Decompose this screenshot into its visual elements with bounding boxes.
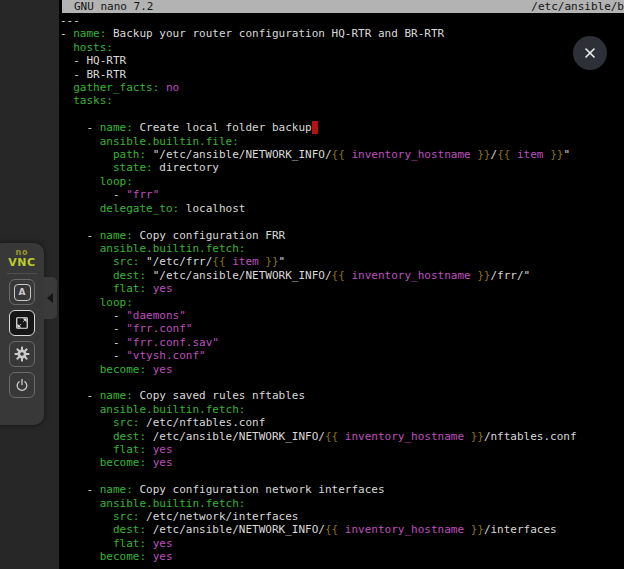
code-line[interactable]: src: /etc/network/interfaces — [60, 510, 624, 523]
code-segment — [60, 550, 100, 563]
code-line[interactable]: ansible.builtin.fetch: — [60, 403, 624, 416]
code-line[interactable]: flat: yes — [60, 282, 624, 295]
code-segment: - — [60, 349, 126, 362]
close-icon — [582, 45, 598, 61]
code-segment: inventory_hostname — [338, 523, 470, 536]
settings-button[interactable] — [9, 341, 35, 367]
code-segment: inventory_hostname — [345, 269, 477, 282]
code-line[interactable]: - HQ-RTR — [60, 54, 624, 67]
code-segment: name: — [100, 121, 133, 134]
code-segment — [146, 443, 153, 456]
code-segment — [60, 81, 73, 94]
code-line[interactable]: ansible.builtin.fetch: — [60, 242, 624, 255]
fullscreen-button[interactable] — [9, 310, 35, 336]
code-segment: hosts: — [73, 41, 113, 54]
code-line[interactable]: - name: Copy configuration FRR — [60, 229, 624, 242]
file-path: /etc/ansible/b — [531, 0, 624, 13]
code-segment: "frr.conf.sav" — [126, 336, 219, 349]
code-segment — [146, 363, 153, 376]
code-line[interactable]: become: yes — [60, 363, 624, 376]
code-line[interactable] — [60, 108, 624, 121]
code-line[interactable]: ansible.builtin.fetch: — [60, 497, 624, 510]
code-line[interactable]: --- — [60, 14, 624, 27]
code-segment: - HQ-RTR — [60, 54, 126, 67]
code-segment: {{ — [332, 269, 345, 282]
code-segment — [60, 282, 113, 295]
code-line[interactable]: become: yes — [60, 456, 624, 469]
code-segment — [60, 269, 113, 282]
code-segment: directory — [153, 161, 219, 174]
code-line[interactable]: gather_facts: no — [60, 81, 624, 94]
code-line[interactable]: dest: /etc/ansible/NETWORK_INFO/{{ inven… — [60, 523, 624, 536]
code-line[interactable]: hosts: — [60, 41, 624, 54]
code-segment: ansible.builtin.fetch: — [100, 242, 246, 255]
terminal-window[interactable]: GNU nano 7.2 /etc/ansible/b ---- name: B… — [59, 0, 624, 569]
editor-content[interactable]: ---- name: Backup your router configurat… — [59, 13, 624, 564]
novnc-logo: no VNC — [0, 249, 44, 268]
code-line[interactable]: - BR-RTR — [60, 68, 624, 81]
code-line[interactable]: become: yes — [60, 550, 624, 563]
code-segment: - — [60, 121, 100, 134]
code-line[interactable]: ansible.builtin.file: — [60, 135, 624, 148]
gear-icon — [12, 344, 32, 364]
code-line[interactable]: - name: Copy configuration network inter… — [60, 483, 624, 496]
code-line[interactable]: - name: Backup your router configuration… — [60, 27, 624, 40]
keyboard-button[interactable]: A — [9, 279, 35, 305]
code-line[interactable] — [60, 470, 624, 483]
code-segment: /interfaces — [484, 523, 557, 536]
code-line[interactable]: - name: Copy saved rules nftables — [60, 389, 624, 402]
code-segment: "frr.conf" — [126, 322, 192, 335]
code-segment: ansible.builtin.file: — [100, 135, 239, 148]
code-segment — [146, 550, 153, 563]
code-line[interactable]: dest: /etc/ansible/NETWORK_INFO/{{ inven… — [60, 430, 624, 443]
code-line[interactable]: src: /etc/nftables.conf — [60, 416, 624, 429]
code-segment — [60, 148, 113, 161]
code-segment: name: — [73, 27, 106, 40]
code-line[interactable]: path: "/etc/ansible/NETWORK_INFO/{{ inve… — [60, 148, 624, 161]
code-segment — [60, 523, 113, 536]
power-button[interactable] — [9, 372, 35, 398]
code-line[interactable]: - "vtysh.conf" — [60, 349, 624, 362]
code-line[interactable] — [60, 215, 624, 228]
code-segment: become: — [100, 456, 146, 469]
code-segment: Copy saved rules nftables — [133, 389, 305, 402]
code-segment: - — [60, 322, 126, 335]
chevron-left-icon — [47, 293, 53, 303]
code-line[interactable]: - "frr.conf.sav" — [60, 336, 624, 349]
code-segment: {{ — [212, 255, 225, 268]
code-segment: Backup your router configuration HQ-RTR … — [106, 27, 444, 40]
code-line[interactable]: flat: yes — [60, 443, 624, 456]
code-segment — [60, 497, 100, 510]
code-line[interactable]: - name: Create local folder backup — [60, 121, 624, 134]
code-line[interactable]: loop: — [60, 175, 624, 188]
app-title: GNU nano 7.2 — [74, 0, 153, 13]
code-line[interactable]: loop: — [60, 296, 624, 309]
close-button[interactable] — [573, 36, 607, 70]
code-segment: dest: — [113, 269, 146, 282]
code-line[interactable]: src: "/etc/frr/{{ item }}" — [60, 255, 624, 268]
code-line[interactable] — [60, 376, 624, 389]
code-segment: - — [60, 389, 100, 402]
code-segment — [60, 296, 100, 309]
code-segment — [60, 363, 100, 376]
code-segment — [60, 403, 100, 416]
code-segment — [146, 456, 153, 469]
code-line[interactable]: flat: yes — [60, 537, 624, 550]
code-line[interactable]: state: directory — [60, 161, 624, 174]
code-segment: "/etc/frr/ — [139, 255, 212, 268]
code-line[interactable]: delegate_to: localhost — [60, 202, 624, 215]
code-segment: loop: — [100, 296, 133, 309]
code-segment: src: — [113, 255, 140, 268]
code-segment: /frr/" — [491, 269, 531, 282]
control-bar-handle[interactable] — [44, 277, 57, 319]
code-line[interactable]: dest: "/etc/ansible/NETWORK_INFO/{{ inve… — [60, 269, 624, 282]
code-line[interactable]: tasks: — [60, 94, 624, 107]
code-segment — [146, 537, 153, 550]
code-segment: flat: — [113, 282, 146, 295]
code-line[interactable]: - "frr.conf" — [60, 322, 624, 335]
code-segment: }} — [477, 148, 490, 161]
code-line[interactable]: - "frr" — [60, 188, 624, 201]
code-line[interactable]: - "daemons" — [60, 309, 624, 322]
code-segment — [60, 161, 113, 174]
code-segment — [60, 242, 100, 255]
